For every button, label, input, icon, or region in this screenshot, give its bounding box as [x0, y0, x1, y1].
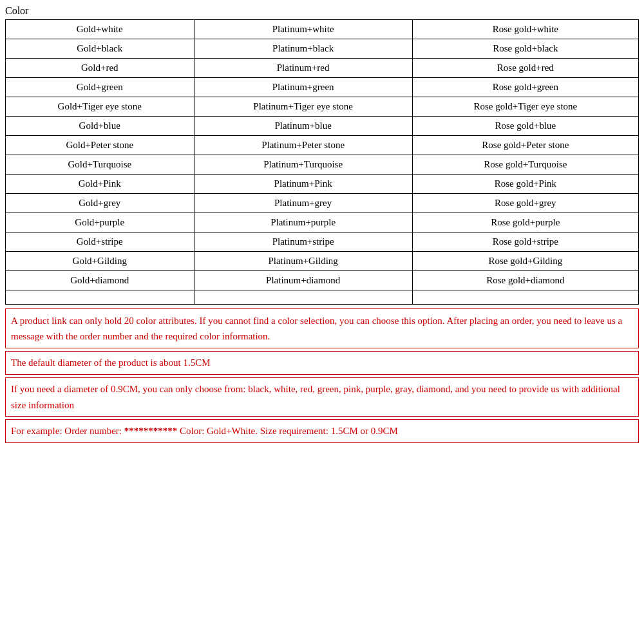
- table-cell: Rose gold+Tiger eye stone: [412, 97, 638, 117]
- table-cell: Platinum+purple: [194, 213, 412, 232]
- section-title: Color: [5, 5, 639, 17]
- table-cell: Platinum+Gilding: [194, 252, 412, 271]
- table-cell: Gold+black: [6, 39, 194, 59]
- table-cell: Platinum+Tiger eye stone: [194, 97, 412, 117]
- table-cell: Platinum+white: [194, 20, 412, 39]
- table-cell: Rose gold+Turquoise: [412, 155, 638, 175]
- notice-09cm: If you need a diameter of 0.9CM, you can…: [5, 377, 639, 417]
- table-cell: Gold+diamond: [6, 271, 194, 290]
- table-cell: Platinum+stripe: [194, 232, 412, 252]
- table-cell: Gold+Tiger eye stone: [6, 97, 194, 117]
- table-cell: Platinum+Pink: [194, 175, 412, 194]
- table-cell: Rose gold+purple: [412, 213, 638, 232]
- table-cell: Platinum+blue: [194, 117, 412, 136]
- table-cell: [194, 290, 412, 305]
- table-cell: Platinum+green: [194, 78, 412, 97]
- notice-20-colors: A product link can only hold 20 color at…: [5, 308, 639, 348]
- table-cell: [412, 290, 638, 305]
- table-cell: Gold+grey: [6, 194, 194, 213]
- table-cell: Rose gold+Peter stone: [412, 136, 638, 155]
- table-cell: Platinum+Turquoise: [194, 155, 412, 175]
- notice4-middle: Color: Gold+White. Size requirement: 1.5…: [177, 426, 398, 436]
- notice-example: For example: Order number: *********** C…: [5, 419, 639, 443]
- table-cell: Gold+red: [6, 59, 194, 78]
- table-cell: Platinum+grey: [194, 194, 412, 213]
- table-cell: Gold+Pink: [6, 175, 194, 194]
- table-cell: Gold+Gilding: [6, 252, 194, 271]
- color-table: Gold+whitePlatinum+whiteRose gold+whiteG…: [5, 19, 639, 305]
- table-cell: Gold+Peter stone: [6, 136, 194, 155]
- table-cell: Gold+white: [6, 20, 194, 39]
- table-cell: Gold+green: [6, 78, 194, 97]
- table-cell: [6, 290, 194, 305]
- table-cell: Rose gold+black: [412, 39, 638, 59]
- table-cell: Rose gold+stripe: [412, 232, 638, 252]
- table-cell: Rose gold+blue: [412, 117, 638, 136]
- table-cell: Rose gold+grey: [412, 194, 638, 213]
- table-cell: Platinum+red: [194, 59, 412, 78]
- table-cell: Platinum+Peter stone: [194, 136, 412, 155]
- table-cell: Gold+purple: [6, 213, 194, 232]
- table-cell: Rose gold+Pink: [412, 175, 638, 194]
- table-cell: Platinum+diamond: [194, 271, 412, 290]
- table-cell: Rose gold+diamond: [412, 271, 638, 290]
- table-cell: Rose gold+Gilding: [412, 252, 638, 271]
- table-cell: Rose gold+white: [412, 20, 638, 39]
- table-cell: Gold+stripe: [6, 232, 194, 252]
- table-cell: Rose gold+green: [412, 78, 638, 97]
- notice-default-diameter: The default diameter of the product is a…: [5, 351, 639, 375]
- table-cell: Platinum+black: [194, 39, 412, 59]
- table-cell: Gold+Turquoise: [6, 155, 194, 175]
- table-cell: Gold+blue: [6, 117, 194, 136]
- table-cell: Rose gold+red: [412, 59, 638, 78]
- notice4-stars: ***********: [124, 426, 178, 436]
- notice4-prefix: For example: Order number:: [11, 426, 124, 436]
